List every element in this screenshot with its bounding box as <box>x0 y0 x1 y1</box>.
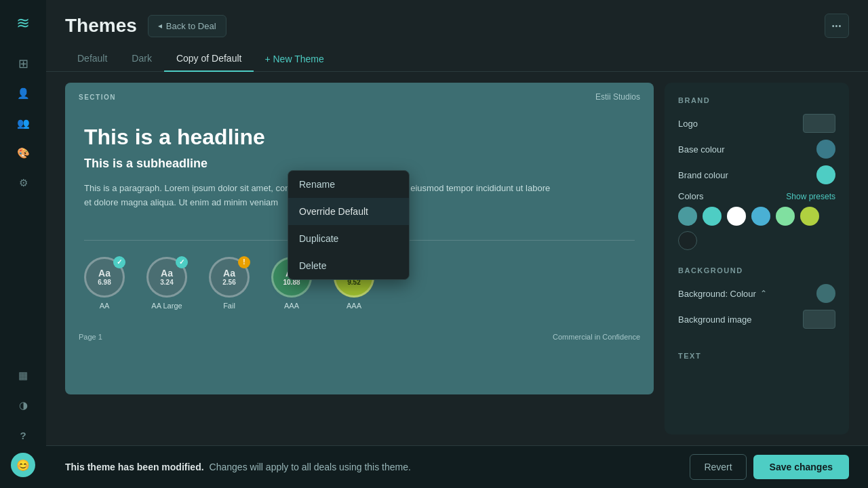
logo-label: Logo <box>678 119 698 129</box>
badge-aa-text-3: Aa <box>223 268 235 279</box>
background-image-box[interactable] <box>803 310 835 329</box>
app-logo[interactable]: ≋ <box>11 11 35 35</box>
dashboard-icon[interactable]: ⊞ <box>11 52 35 76</box>
badge-label-3: Fail <box>223 302 235 310</box>
help-icon[interactable]: ? <box>11 423 35 447</box>
palette-icon[interactable]: 🎨 <box>11 141 35 165</box>
badge-num-1: 6.98 <box>98 279 111 286</box>
bottom-message: This theme has been modified. Changes wi… <box>65 462 411 472</box>
preview-card-header: SECTION Estii Studios <box>65 83 654 111</box>
text-section: TEXT <box>678 352 835 369</box>
save-changes-button[interactable]: Save changes <box>753 455 849 479</box>
bottom-message-text: Changes will apply to all deals using th… <box>210 462 411 472</box>
badge-num-3: 2.56 <box>222 279 235 286</box>
more-options-button[interactable]: ••• <box>825 14 849 38</box>
back-to-deal-button[interactable]: ◂ Back to Deal <box>148 15 226 37</box>
swatch-5[interactable] <box>776 207 795 226</box>
background-image-row: Background image <box>678 310 835 329</box>
brand-section: BRAND Logo Base colour Brand colour Colo… <box>678 96 835 250</box>
content-area: SECTION Estii Studios This is a headline… <box>46 72 868 445</box>
badge-circle-aa: Aa 6.98 ✓ <box>84 257 125 298</box>
page-label: Page 1 <box>79 333 102 341</box>
main-content: Themes ◂ Back to Deal ••• Default Dark C… <box>46 0 868 488</box>
badge-aa-text-2: Aa <box>161 268 173 279</box>
logo-box[interactable] <box>803 114 835 133</box>
background-colour-row: Background: Colour ⌃ <box>678 284 835 303</box>
background-colour-label: Background: Colour <box>678 289 756 299</box>
swatch-3[interactable] <box>727 207 746 226</box>
back-arrow-icon: ◂ <box>158 21 162 30</box>
preview-headline: This is a headline <box>84 125 635 150</box>
page-title: Themes <box>65 15 137 37</box>
swatch-7[interactable] <box>678 231 697 250</box>
bg-label-group: Background: Colour ⌃ <box>678 289 767 299</box>
tabs-bar: Default Dark Copy of Default + New Theme <box>46 46 868 72</box>
context-menu-override-default[interactable]: Override Default <box>288 198 409 225</box>
badge-label-1: AA <box>100 302 110 310</box>
bottom-actions: Revert Save changes <box>690 454 849 480</box>
preview-subheadline: This is a subheadline <box>84 157 635 171</box>
logo-row: Logo <box>678 114 835 133</box>
brand-colour-label: Brand colour <box>678 170 728 180</box>
badge-aa-text: Aa <box>98 268 111 279</box>
brand-colour-row: Brand colour <box>678 165 835 184</box>
moon-icon[interactable]: ◑ <box>11 393 35 418</box>
background-image-label: Background image <box>678 314 751 325</box>
sidebar: ≋ ⊞ 👤 👥 🎨 ⚙ ▦ ◑ ? 😊 <box>0 0 46 488</box>
background-section-title: BACKGROUND <box>678 266 835 274</box>
revert-button[interactable]: Revert <box>690 454 746 480</box>
swatch-1[interactable] <box>678 207 697 226</box>
badge-check-2: ✓ <box>176 256 188 268</box>
estii-label: Estii Studios <box>595 92 640 102</box>
brand-colour-dot[interactable] <box>816 165 835 184</box>
section-label: SECTION <box>79 94 116 101</box>
new-theme-button[interactable]: + New Theme <box>254 47 334 71</box>
back-button-label: Back to Deal <box>166 21 216 31</box>
color-swatches <box>678 207 835 250</box>
badge-label-5: AAA <box>347 302 361 310</box>
tab-copy-of-default[interactable]: Copy of Default <box>164 46 254 72</box>
badge-item-fail: Aa 2.56 ! Fail <box>209 257 250 310</box>
show-presets-button[interactable]: Show presets <box>786 192 835 201</box>
badge-circle-aa-large: Aa 3.24 ✓ <box>146 257 187 298</box>
background-section: BACKGROUND Background: Colour ⌃ Backgrou… <box>678 266 835 336</box>
colors-header: Colors Show presets <box>678 191 835 201</box>
swatch-6[interactable] <box>800 207 819 226</box>
brand-section-title: BRAND <box>678 96 835 104</box>
context-menu-delete[interactable]: Delete <box>288 252 409 279</box>
tab-default[interactable]: Default <box>65 46 119 72</box>
header: Themes ◂ Back to Deal ••• <box>46 0 868 38</box>
badge-item-aa-large: Aa 3.24 ✓ AA Large <box>146 257 187 310</box>
colors-label: Colors <box>678 191 704 201</box>
badge-circle-fail: Aa 2.56 ! <box>209 257 250 298</box>
badge-warn-3: ! <box>238 256 250 268</box>
bottom-bar: This theme has been modified. Changes wi… <box>46 445 868 488</box>
text-section-title: TEXT <box>678 352 835 360</box>
base-colour-row: Base colour <box>678 140 835 159</box>
avatar[interactable]: 😊 <box>11 453 35 477</box>
swatch-4[interactable] <box>751 207 770 226</box>
bottom-message-bold: This theme has been modified. <box>65 462 204 472</box>
badge-check-1: ✓ <box>113 256 125 268</box>
swatch-2[interactable] <box>703 207 722 226</box>
background-colour-dot[interactable] <box>816 284 835 303</box>
table-icon[interactable]: ▦ <box>11 363 35 388</box>
base-colour-dot[interactable] <box>816 140 835 159</box>
context-menu-rename[interactable]: Rename <box>288 171 409 198</box>
header-left: Themes ◂ Back to Deal <box>65 15 226 37</box>
more-icon: ••• <box>832 22 842 30</box>
right-panel: BRAND Logo Base colour Brand colour Colo… <box>665 83 849 434</box>
settings-icon[interactable]: ⚙ <box>11 171 35 195</box>
footer-right: Commercial in Confidence <box>553 333 640 341</box>
users-icon[interactable]: 👤 <box>11 81 35 106</box>
chevron-icon: ⌃ <box>760 289 767 298</box>
badge-item-aa: Aa 6.98 ✓ AA <box>84 257 125 310</box>
badge-label-4: AAA <box>284 302 299 310</box>
context-menu-duplicate[interactable]: Duplicate <box>288 225 409 252</box>
tab-dark[interactable]: Dark <box>119 46 164 72</box>
context-menu: Rename Override Default Duplicate Delete <box>288 170 410 280</box>
badge-num-2: 3.24 <box>160 279 173 286</box>
preview-footer: Page 1 Commercial in Confidence <box>65 326 654 348</box>
base-colour-label: Base colour <box>678 144 725 155</box>
team-icon[interactable]: 👥 <box>11 111 35 136</box>
